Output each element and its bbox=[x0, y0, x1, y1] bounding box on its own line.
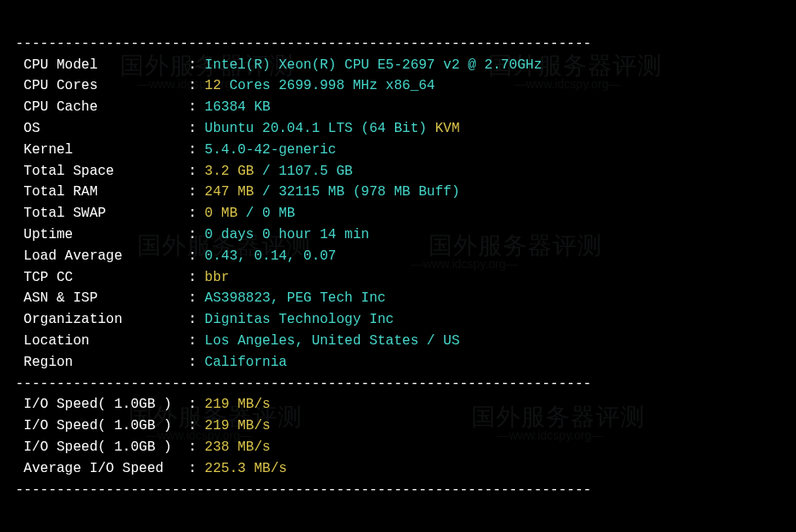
separator: : bbox=[180, 99, 205, 115]
separator: : bbox=[180, 227, 205, 242]
label-load-average: Load Average bbox=[15, 246, 180, 267]
value-location: Los Angeles, United States / US bbox=[205, 333, 460, 349]
value-cpu-model: Intel(R) Xeon(R) CPU E5-2697 v2 @ 2.70GH… bbox=[205, 57, 542, 73]
value-swap-used: 0 MB bbox=[205, 206, 237, 221]
separator: : bbox=[180, 355, 205, 370]
separator: : bbox=[180, 248, 205, 264]
separator: : bbox=[180, 270, 205, 285]
label-avg-io-speed: Average I/O Speed bbox=[15, 458, 180, 480]
label-io-speed-1: I/O Speed( 1.0GB ) bbox=[15, 394, 180, 415]
label-asn-isp: ASN & ISP bbox=[15, 288, 180, 309]
value-io-speed-3: 238 MB/s bbox=[205, 439, 271, 455]
label-region: Region bbox=[15, 352, 180, 374]
value-avg-io-speed: 225.3 MB/s bbox=[205, 461, 287, 476]
divider: ----------------------------------------… bbox=[15, 36, 591, 51]
separator: : bbox=[180, 312, 205, 327]
separator: : bbox=[180, 78, 205, 93]
label-cpu-cache: CPU Cache bbox=[15, 97, 180, 118]
value-cpu-cores-count: 12 bbox=[205, 78, 221, 93]
separator: : bbox=[180, 121, 205, 136]
value-ram-used: 247 MB bbox=[205, 184, 254, 200]
label-cpu-model: CPU Model bbox=[15, 55, 180, 76]
label-cpu-cores: CPU Cores bbox=[15, 75, 180, 97]
value-space-used: 3.2 GB bbox=[205, 164, 254, 179]
separator: : bbox=[180, 461, 205, 476]
separator: : bbox=[180, 142, 205, 158]
label-io-speed-2: I/O Speed( 1.0GB ) bbox=[15, 415, 180, 437]
divider: ----------------------------------------… bbox=[15, 482, 591, 498]
value-region: California bbox=[205, 355, 287, 370]
label-location: Location bbox=[15, 331, 180, 352]
label-io-speed-3: I/O Speed( 1.0GB ) bbox=[15, 437, 180, 458]
value-uptime: 0 days 0 hour 14 min bbox=[205, 227, 369, 242]
value-space-total: / 1107.5 GB bbox=[254, 164, 352, 179]
value-os: Ubuntu 20.04.1 LTS (64 Bit) bbox=[205, 121, 435, 136]
value-os-virt: KVM bbox=[435, 121, 460, 136]
label-total-space: Total Space bbox=[15, 161, 180, 182]
label-total-swap: Total SWAP bbox=[15, 203, 180, 224]
separator: : bbox=[180, 439, 205, 455]
label-organization: Organization bbox=[15, 309, 180, 331]
value-kernel: 5.4.0-42-generic bbox=[205, 142, 337, 158]
divider: ----------------------------------------… bbox=[15, 376, 591, 392]
value-asn-isp: AS398823, PEG Tech Inc bbox=[205, 290, 386, 306]
separator: : bbox=[180, 290, 205, 306]
label-os: OS bbox=[15, 118, 180, 140]
value-io-speed-1: 219 MB/s bbox=[205, 397, 271, 412]
value-load-average: 0.43, 0.14, 0.07 bbox=[205, 248, 337, 264]
value-tcp-cc: bbr bbox=[205, 270, 230, 285]
label-uptime: Uptime bbox=[15, 224, 180, 246]
separator: : bbox=[180, 418, 205, 433]
separator: : bbox=[180, 333, 205, 349]
separator: : bbox=[180, 184, 205, 200]
label-tcp-cc: TCP CC bbox=[15, 267, 180, 289]
value-organization: Dignitas Technology Inc bbox=[205, 312, 394, 327]
value-io-speed-2: 219 MB/s bbox=[205, 418, 271, 433]
terminal-output: ----------------------------------------… bbox=[0, 0, 796, 512]
label-kernel: Kernel bbox=[15, 140, 180, 161]
value-ram-total: / 32115 MB (978 MB Buff) bbox=[254, 184, 459, 200]
separator: : bbox=[180, 397, 205, 412]
value-swap-total: / 0 MB bbox=[237, 206, 295, 221]
separator: : bbox=[180, 164, 205, 179]
separator: : bbox=[180, 206, 205, 221]
separator: : bbox=[180, 57, 205, 73]
label-total-ram: Total RAM bbox=[15, 182, 180, 203]
value-cpu-cache: 16384 KB bbox=[205, 99, 271, 115]
value-cpu-cores-detail: Cores 2699.998 MHz x86_64 bbox=[221, 78, 435, 93]
